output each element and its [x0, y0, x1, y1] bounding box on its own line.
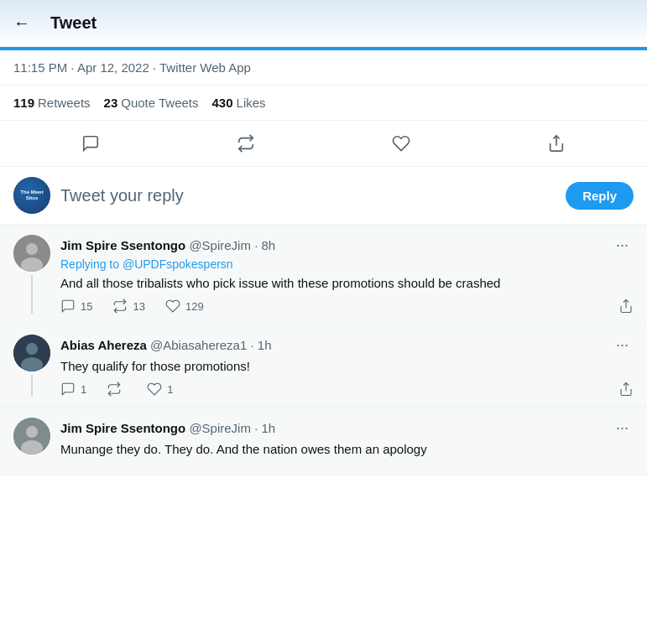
- page-title: Tweet: [50, 13, 97, 33]
- svg-point-10: [26, 426, 38, 438]
- quote-tweets-count: 23: [104, 96, 118, 110]
- tweet-stats-row: 119 Retweets 23 Quote Tweets 430 Likes: [0, 86, 647, 121]
- comment-icon: [60, 299, 76, 314]
- reply-avatar-col: [13, 235, 50, 314]
- table-row: Jim Spire Ssentongo @SpireJim · 1h ··· M…: [0, 408, 647, 475]
- reply-time: · 8h: [254, 238, 275, 252]
- quote-tweets-label: Quote Tweets: [121, 96, 198, 110]
- likes-count: 430: [212, 96, 233, 110]
- replying-to: Replying to @UPDFspokespersn: [60, 257, 634, 271]
- like-icon: [165, 299, 180, 314]
- share-icon: [618, 382, 634, 397]
- retweets-label: Retweets: [38, 96, 91, 110]
- reply-text: Munange they do. They do. And the nation…: [60, 440, 634, 458]
- more-options-button[interactable]: ···: [611, 335, 634, 356]
- reply-retweet-button[interactable]: 13: [112, 299, 144, 314]
- reply-comment-button[interactable]: 15: [60, 299, 92, 314]
- retweet-action-button[interactable]: [230, 127, 262, 159]
- reply-content: Jim Spire Ssentongo @SpireJim · 8h ··· R…: [60, 235, 634, 314]
- reply-handle: @Abiasahereza1: [150, 338, 247, 352]
- reply-time: · 1h: [254, 421, 275, 435]
- like-count: 1: [167, 383, 173, 396]
- tweet-actions-row: [0, 121, 647, 167]
- reply-avatar-col: [13, 335, 50, 397]
- reply-retweet-button[interactable]: [107, 382, 127, 397]
- retweet-icon: [237, 134, 255, 153]
- back-button[interactable]: ←: [13, 10, 37, 36]
- tweet-header: ← Tweet: [0, 0, 647, 47]
- reply-like-button[interactable]: 129: [165, 299, 204, 314]
- thread-line: [31, 275, 33, 314]
- reply-header: Abias Ahereza @Abiasahereza1 · 1h ···: [60, 335, 634, 356]
- tweet-metadata: 11:15 PM · Apr 12, 2022 · Twitter Web Ap…: [0, 50, 647, 86]
- reply-stats-row: 1 1: [60, 382, 634, 397]
- user-silhouette-icon: [13, 335, 50, 371]
- replies-list: Jim Spire Ssentongo @SpireJim · 8h ··· R…: [0, 225, 647, 475]
- reply-text: They qualify for those promotions!: [60, 357, 634, 375]
- avatar: [13, 335, 50, 371]
- retweet-count: 13: [133, 300, 144, 313]
- reply-share-button[interactable]: [618, 382, 634, 397]
- reply-author: Abias Ahereza: [60, 338, 147, 352]
- reply-like-button[interactable]: 1: [147, 382, 173, 397]
- reply-handle: @SpireJim: [189, 238, 251, 252]
- retweets-count: 119: [13, 96, 34, 110]
- comment-count: 1: [81, 383, 86, 396]
- retweet-icon: [107, 382, 122, 397]
- like-icon: [392, 134, 410, 153]
- share-icon: [618, 299, 634, 314]
- user-silhouette-icon: [13, 418, 50, 454]
- share-icon: [547, 134, 566, 153]
- thread-line: [31, 375, 33, 397]
- comment-icon: [60, 382, 76, 397]
- reply-time: · 1h: [250, 338, 271, 352]
- tweet-timestamp: 11:15 PM · Apr 12, 2022 · Twitter Web Ap…: [13, 60, 251, 75]
- retweet-icon: [112, 299, 128, 314]
- reply-avatar-col: [13, 418, 50, 465]
- more-options-button[interactable]: ···: [611, 235, 634, 256]
- table-row: Jim Spire Ssentongo @SpireJim · 8h ··· R…: [0, 225, 647, 325]
- retweets-stat: 119 Retweets: [13, 96, 91, 110]
- reply-handle: @SpireJim: [189, 421, 251, 435]
- like-count: 129: [185, 300, 204, 313]
- svg-point-6: [26, 343, 38, 355]
- comment-action-button[interactable]: [75, 127, 107, 159]
- like-action-button[interactable]: [385, 127, 417, 159]
- likes-stat: 430 Likes: [212, 96, 266, 110]
- svg-point-2: [26, 243, 38, 255]
- reply-text: And all those tribalists who pick issue …: [60, 274, 634, 292]
- avatar: [13, 418, 50, 454]
- compose-placeholder[interactable]: Tweet your reply: [60, 186, 556, 205]
- reply-author: Jim Spire Ssentongo: [60, 421, 185, 435]
- reply-header: Jim Spire Ssentongo @SpireJim · 8h ···: [60, 235, 634, 256]
- reply-content: Abias Ahereza @Abiasahereza1 · 1h ··· Th…: [60, 335, 634, 397]
- comment-count: 15: [81, 300, 92, 313]
- more-options-button[interactable]: ···: [611, 418, 634, 439]
- reply-comment-button[interactable]: 1: [60, 382, 86, 397]
- avatar: [13, 235, 50, 272]
- reply-compose-area: The Mwet Situs Tweet your reply Reply: [0, 167, 647, 225]
- reply-header: Jim Spire Ssentongo @SpireJim · 1h ···: [60, 418, 634, 439]
- reply-stats-row: 15 13 129: [60, 299, 634, 314]
- user-silhouette-icon: [13, 235, 50, 272]
- likes-label: Likes: [237, 96, 266, 110]
- share-action-button[interactable]: [540, 127, 572, 159]
- quote-tweets-stat: 23 Quote Tweets: [104, 96, 199, 110]
- like-icon: [147, 382, 162, 397]
- table-row: Abias Ahereza @Abiasahereza1 · 1h ··· Th…: [0, 325, 647, 408]
- compose-avatar: The Mwet Situs: [13, 177, 50, 214]
- reply-content: Jim Spire Ssentongo @SpireJim · 1h ··· M…: [60, 418, 634, 465]
- reply-author: Jim Spire Ssentongo: [60, 238, 185, 252]
- reply-submit-button[interactable]: Reply: [566, 182, 634, 210]
- comment-icon: [81, 134, 100, 153]
- reply-share-button[interactable]: [618, 299, 634, 314]
